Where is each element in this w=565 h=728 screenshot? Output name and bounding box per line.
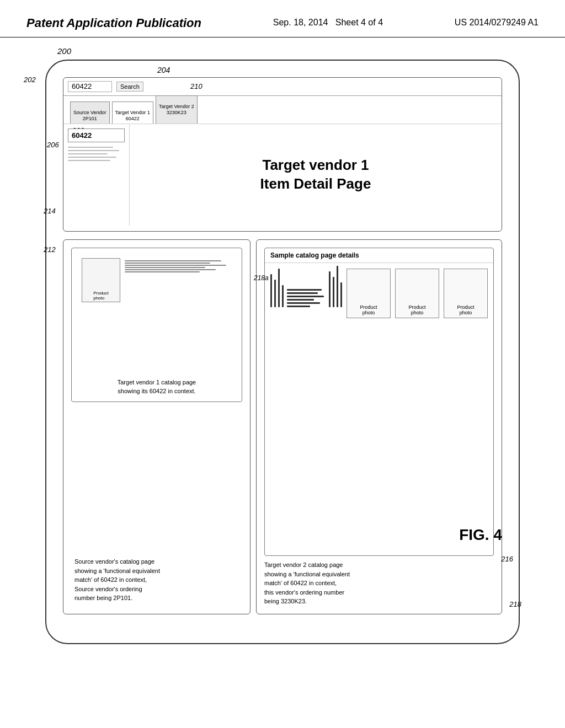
label-214: 214 — [44, 207, 56, 215]
product-photo-3: Product photo — [444, 269, 488, 318]
browser-area-204: 204 202 60422 Search 208 Source Vendor 2… — [63, 77, 502, 232]
panel-214-content: Productphoto Target vendor 1 catalog pag… — [71, 248, 242, 402]
panel-right-bottom-text: Target vendor 2 catalog page showing a '… — [264, 560, 494, 606]
label-202: 202 — [24, 76, 36, 84]
vert-line2-2 — [333, 277, 334, 307]
horiz-line-6 — [287, 306, 310, 307]
label-204: 204 — [157, 66, 170, 74]
label-206: 206 — [47, 141, 59, 149]
label-200: 200 — [57, 46, 71, 56]
publication-date: Sep. 18, 2014 — [273, 18, 328, 27]
vert-line2-1 — [329, 271, 331, 307]
label-212: 212 — [44, 245, 56, 254]
publication-number: US 2014/0279249 A1 — [455, 15, 539, 28]
browser-main-content: Target vendor 1 Item Detail Page — [130, 124, 502, 226]
figure-label: FIG. 4 — [459, 526, 502, 544]
label-218a: 218a — [254, 274, 269, 282]
vertical-lines — [270, 269, 284, 307]
tab-target-vendor-1[interactable]: Target Vendor 1 60422 — [112, 101, 154, 123]
horiz-line-5 — [287, 302, 320, 304]
label-216: 216 — [501, 555, 513, 563]
browser-toolbar: 202 60422 Search — [63, 78, 502, 96]
horiz-line-1 — [287, 289, 322, 291]
horiz-line-2 — [287, 292, 318, 294]
vert-line-3 — [278, 269, 280, 307]
tab-target-vendor-2[interactable]: Target Vendor 2 3230K23 210 — [156, 95, 198, 123]
catalog-header: Sample catalog page details — [265, 248, 493, 263]
browser-content: 206 60422 Target vendor 1 Ite — [63, 124, 502, 226]
panel-212: 212 214 Productphoto — [63, 239, 250, 614]
address-bar[interactable]: 60422 — [68, 81, 112, 92]
vert-line2-3 — [337, 266, 338, 307]
tab-source-vendor[interactable]: Source Vendor 2P101 — [70, 101, 110, 123]
label-218: 218 — [509, 600, 521, 608]
vertical-lines-2 — [329, 269, 342, 307]
page-header: Patent Application Publication Sep. 18, … — [0, 0, 565, 38]
product-photo-2: Product photo — [395, 269, 439, 318]
outer-box-200: 200 204 202 60422 Search 208 Source — [45, 60, 520, 644]
horiz-lines — [287, 289, 326, 307]
panel-218: 218 216 Sample catalog page details 218a — [256, 239, 502, 614]
panel-212-text: Source vendor's catalog page showing a '… — [74, 557, 239, 603]
horiz-line-4 — [287, 299, 314, 301]
label-210: 210 — [190, 82, 202, 91]
main-content: 200 204 202 60422 Search 208 Source — [0, 38, 565, 666]
vert-line2-4 — [340, 282, 342, 307]
item-detail-title: Target vendor 1 Item Detail Page — [141, 156, 491, 194]
sheet-info: Sheet 4 of 4 — [335, 18, 383, 27]
sidebar-item: 60422 — [68, 129, 125, 142]
vert-line-2 — [274, 280, 276, 307]
horiz-line-3 — [287, 296, 324, 297]
panel-214-text: Target vendor 1 catalog page showing its… — [77, 378, 236, 396]
vert-line-4 — [282, 285, 284, 307]
tabs-container: 208 Source Vendor 2P101 Target Vendor 1 … — [63, 96, 502, 124]
publication-date-sheet: Sep. 18, 2014 Sheet 4 of 4 — [273, 15, 383, 28]
vert-line-1 — [270, 274, 272, 307]
product-photo-1: Product photo — [347, 269, 391, 318]
search-button[interactable]: Search — [116, 82, 143, 92]
panel-212-bottom: Source vendor's catalog page showing a '… — [71, 406, 242, 606]
browser-sidebar: 206 60422 — [63, 124, 130, 226]
publication-title: Patent Application Publication — [26, 15, 201, 31]
catalog-products-area: 218a — [265, 263, 493, 556]
bottom-panels: 212 214 Productphoto — [63, 239, 502, 614]
panel-216: 216 Sample catalog page details 218a — [264, 248, 494, 556]
